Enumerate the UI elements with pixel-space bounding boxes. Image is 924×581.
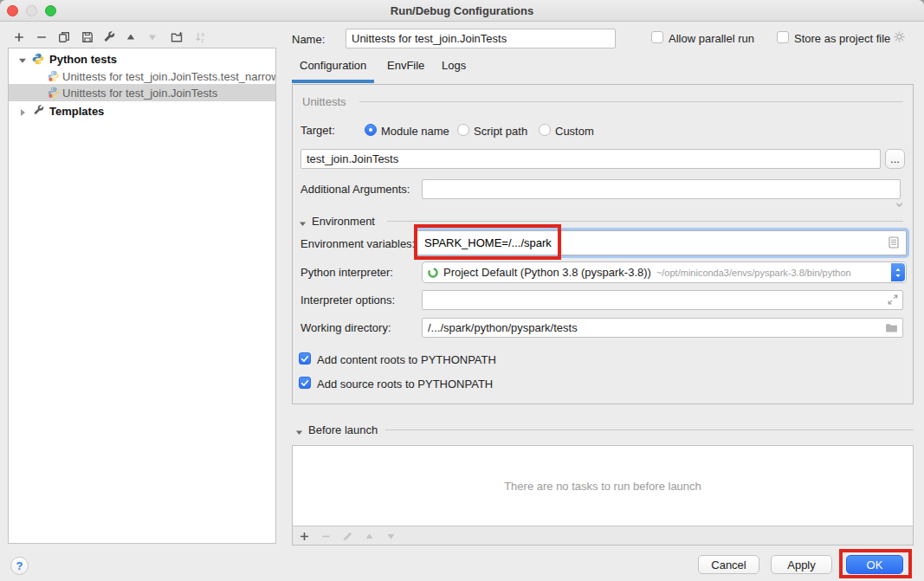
tab-label: EnvFile bbox=[387, 59, 424, 72]
add-task-button[interactable] bbox=[297, 529, 312, 544]
add-source-roots-checkbox[interactable] bbox=[299, 377, 311, 389]
tasks-toolbar bbox=[293, 526, 913, 545]
python-test-icon bbox=[48, 87, 60, 99]
radio-custom[interactable] bbox=[539, 124, 551, 136]
additional-arguments-input[interactable] bbox=[422, 179, 901, 199]
new-folder-button[interactable] bbox=[169, 29, 184, 44]
name-label: Name: bbox=[292, 33, 325, 46]
no-tasks-message: There are no tasks to run before launch bbox=[293, 446, 913, 526]
tab-label: Configuration bbox=[300, 59, 366, 72]
before-launch-title[interactable]: Before launch bbox=[308, 423, 378, 436]
folder-icon[interactable] bbox=[885, 321, 898, 337]
tree-item-jointests-selected[interactable]: Unittests for test_join.JoinTests bbox=[9, 84, 275, 101]
add-content-roots-checkbox[interactable] bbox=[299, 352, 311, 365]
add-source-roots-label: Add source roots to PYTHONPATH bbox=[317, 378, 493, 391]
expand-icon[interactable] bbox=[18, 107, 27, 119]
sort-configurations-button bbox=[193, 29, 208, 44]
run-debug-configurations-dialog: Run/Debug Configurations Python tests Un… bbox=[0, 0, 924, 581]
working-directory-label: Working directory: bbox=[300, 321, 391, 334]
apply-button[interactable]: Apply bbox=[771, 555, 832, 574]
collapse-icon[interactable] bbox=[18, 55, 27, 68]
remove-configuration-button[interactable] bbox=[34, 29, 48, 44]
before-launch-collapse-icon[interactable] bbox=[295, 426, 303, 439]
environment-collapse-icon[interactable] bbox=[299, 217, 307, 230]
environment-section-title[interactable]: Environment bbox=[312, 215, 375, 228]
module-name-input[interactable] bbox=[300, 149, 881, 169]
title-bar: Run/Debug Configurations bbox=[0, 0, 924, 22]
separator-line bbox=[387, 221, 903, 222]
copy-configuration-button[interactable] bbox=[56, 29, 71, 44]
tab-configuration[interactable]: Configuration bbox=[300, 59, 366, 80]
environment-variables-input[interactable] bbox=[417, 231, 906, 255]
tree-item-label: Unittests for test_join.JoinTests bbox=[62, 87, 217, 100]
dropdown-stepper-icon[interactable] bbox=[891, 263, 905, 281]
edit-templates-button[interactable] bbox=[101, 29, 116, 44]
tab-label: Logs bbox=[442, 59, 466, 72]
environment-variables-field bbox=[417, 230, 907, 255]
allow-parallel-run-checkbox[interactable] bbox=[651, 31, 663, 43]
tree-item-label: Unittests for test_join.JoinTests.test_n… bbox=[62, 70, 276, 83]
environment-variables-label: Environment variables: bbox=[300, 237, 415, 250]
add-configuration-button[interactable] bbox=[11, 29, 26, 44]
python-test-icon bbox=[48, 70, 60, 82]
move-task-down-button bbox=[384, 529, 398, 544]
radio-module-name[interactable] bbox=[365, 124, 377, 136]
ok-button[interactable]: OK bbox=[846, 555, 903, 574]
conda-icon bbox=[427, 267, 439, 279]
store-as-project-file-checkbox[interactable] bbox=[777, 31, 789, 43]
python-interpreter-select[interactable]: Project Default (Python 3.8 (pyspark-3.8… bbox=[422, 261, 907, 283]
add-content-roots-label: Add content roots to PYTHONPATH bbox=[317, 353, 496, 366]
store-as-project-file-label: Store as project file bbox=[794, 32, 890, 45]
separator-line bbox=[359, 101, 903, 102]
radio-script-path[interactable] bbox=[457, 124, 469, 136]
tree-item-python-tests[interactable]: Python tests bbox=[9, 50, 275, 68]
move-task-up-button bbox=[362, 529, 377, 544]
interpreter-path: ~/opt/miniconda3/envs/pyspark-3.8/bin/py… bbox=[656, 268, 851, 278]
tree-item-templates[interactable]: Templates bbox=[9, 102, 275, 119]
remove-task-button bbox=[319, 529, 333, 544]
tab-envfile[interactable]: EnvFile bbox=[387, 59, 424, 80]
working-directory-input[interactable] bbox=[422, 318, 903, 338]
browse-button[interactable]: ... bbox=[885, 149, 905, 169]
allow-parallel-run-label: Allow parallel run bbox=[669, 32, 754, 45]
before-launch-tasks-box: There are no tasks to run before launch bbox=[292, 445, 914, 545]
wrench-icon bbox=[33, 105, 45, 117]
tree-item-label: Python tests bbox=[49, 53, 117, 66]
cancel-button[interactable]: Cancel bbox=[698, 555, 759, 574]
radio-module-name-label[interactable]: Module name bbox=[381, 125, 449, 138]
interpreter-options-input[interactable] bbox=[422, 290, 903, 310]
expand-field-icon[interactable] bbox=[887, 294, 899, 308]
tree-item-test-narrow[interactable]: Unittests for test_join.JoinTests.test_n… bbox=[9, 68, 275, 85]
configurations-tree: Python tests Unittests for test_join.Joi… bbox=[8, 48, 276, 544]
help-button[interactable]: ? bbox=[10, 557, 29, 575]
active-tab-underline bbox=[292, 80, 374, 83]
tree-item-label: Templates bbox=[49, 105, 104, 118]
unittests-group-title: Unittests bbox=[302, 95, 346, 108]
chevron-down-icon[interactable] bbox=[895, 199, 904, 212]
move-up-button[interactable] bbox=[123, 29, 138, 44]
target-label: Target: bbox=[300, 124, 335, 137]
tab-logs[interactable]: Logs bbox=[442, 59, 466, 80]
edit-task-button bbox=[340, 529, 355, 544]
browse-variables-icon[interactable] bbox=[888, 236, 899, 251]
radio-custom-label[interactable]: Custom bbox=[555, 125, 594, 138]
gear-icon[interactable] bbox=[893, 30, 906, 46]
window-title: Run/Debug Configurations bbox=[0, 4, 924, 17]
interpreter-options-label: Interpreter options: bbox=[300, 294, 395, 307]
additional-arguments-label: Additional Arguments: bbox=[300, 183, 410, 196]
move-down-button bbox=[145, 29, 159, 44]
separator-line bbox=[385, 429, 914, 430]
python-icon bbox=[32, 53, 44, 65]
save-configuration-button[interactable] bbox=[80, 29, 94, 44]
interpreter-value: Project Default (Python 3.8 (pyspark-3.8… bbox=[443, 266, 651, 279]
python-interpreter-label: Python interpreter: bbox=[300, 266, 393, 279]
name-input[interactable] bbox=[346, 29, 616, 48]
radio-script-path-label[interactable]: Script path bbox=[474, 125, 527, 138]
